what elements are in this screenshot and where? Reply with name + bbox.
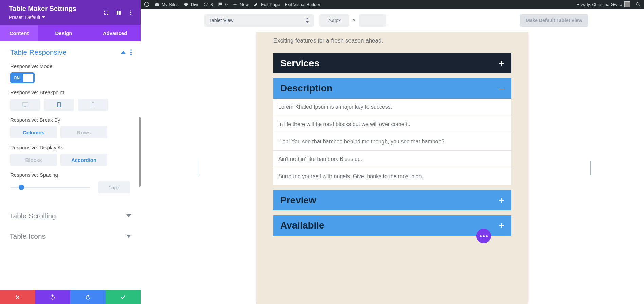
- toggle-responsive-mode[interactable]: ON: [10, 72, 35, 83]
- plus-icon: +: [499, 58, 504, 69]
- cancel-button[interactable]: [0, 290, 35, 304]
- save-button[interactable]: [106, 290, 141, 304]
- section-icons-title: Table Icons: [10, 232, 46, 240]
- spacing-slider[interactable]: [10, 187, 90, 188]
- settings-sidebar: Table Maker Settings Preset: Default Con…: [0, 0, 141, 304]
- wp-mysites[interactable]: My Sites: [154, 2, 179, 7]
- breakby-columns[interactable]: Columns: [10, 126, 57, 138]
- chevron-down-icon: [126, 214, 131, 217]
- label-displayas: Responsive: Display As: [10, 145, 130, 150]
- fab-more[interactable]: [476, 229, 491, 243]
- wp-updates[interactable]: 3: [203, 2, 213, 7]
- wp-site[interactable]: Divi: [183, 2, 198, 7]
- preset-dropdown[interactable]: Preset: Default: [9, 15, 76, 20]
- height-input[interactable]: [359, 14, 386, 27]
- svg-rect-9: [92, 102, 94, 107]
- accordion-head-description[interactable]: Description –: [273, 78, 511, 99]
- sidebar-footer: [0, 290, 141, 304]
- accordion-title: Description: [280, 83, 333, 94]
- expand-icon[interactable]: [103, 10, 109, 16]
- label-breakpoint: Responsive: Breakpoint: [10, 89, 130, 95]
- breakpoint-phone[interactable]: [78, 99, 108, 111]
- sidebar-header: Table Maker Settings Preset: Default: [0, 0, 141, 25]
- label-mode: Responsive: Mode: [10, 63, 130, 69]
- wp-logo[interactable]: [144, 2, 149, 7]
- svg-point-5: [130, 54, 132, 55]
- wp-admin-bar: My Sites Divi 3 0 New Edit Page Exit Vis…: [141, 0, 644, 9]
- dimension-x: ×: [353, 17, 356, 23]
- redo-button[interactable]: [70, 290, 106, 304]
- chevron-down-icon: [42, 16, 45, 18]
- resize-handle-right[interactable]: [590, 161, 593, 175]
- section-scrolling[interactable]: Table Scrolling: [0, 206, 141, 226]
- toggle-text: ON: [10, 75, 20, 80]
- main-area: My Sites Divi 3 0 New Edit Page Exit Vis…: [141, 0, 644, 304]
- wp-exit-builder[interactable]: Exit Visual Builder: [285, 2, 320, 7]
- accordion-title: Availabile: [280, 220, 324, 231]
- section-scrolling-title: Table Scrolling: [10, 212, 56, 220]
- svg-rect-8: [57, 102, 60, 107]
- make-default-button[interactable]: Make Default Tablet View: [520, 14, 588, 27]
- toggle-knob: [23, 74, 33, 82]
- table-row: Lion! You see that bamboo behind me thou…: [273, 133, 511, 151]
- tab-content[interactable]: Content: [0, 25, 38, 41]
- breakpoint-desktop[interactable]: [10, 99, 40, 111]
- spacing-value[interactable]: 15px: [98, 181, 130, 193]
- svg-point-4: [130, 52, 132, 53]
- displayas-blocks[interactable]: Blocks: [10, 154, 57, 166]
- view-select-label: Tablet View: [209, 18, 233, 23]
- accordion-description: Description – Lorem Khaled Ipsum is a ma…: [273, 78, 511, 185]
- accordion-services: Services +: [273, 53, 511, 73]
- table-row: In life there will be road blocks but we…: [273, 116, 511, 133]
- accordion-head-availabile[interactable]: Availabile +: [273, 215, 511, 236]
- kebab-icon[interactable]: [128, 10, 134, 16]
- avatar: [624, 1, 630, 7]
- svg-rect-7: [24, 106, 26, 107]
- chevron-up-icon[interactable]: [121, 50, 126, 55]
- label-breakby: Responsive: Break By: [10, 117, 130, 123]
- canvas-wrap: Exciting features for a fresh season ahe…: [141, 32, 644, 304]
- accordion-title: Services: [280, 58, 319, 69]
- minus-icon: –: [499, 83, 504, 94]
- resize-handle-left[interactable]: [198, 161, 200, 175]
- svg-point-1: [130, 12, 131, 13]
- table-row: Surround yourself with angels. Give than…: [273, 168, 511, 185]
- select-arrows-icon: [306, 18, 309, 23]
- displayas-accordion[interactable]: Accordion: [60, 154, 107, 166]
- table-row: Ain't nothin' like bamboo. Bless up.: [273, 151, 511, 168]
- breakby-rows[interactable]: Rows: [60, 126, 107, 138]
- plus-icon: +: [499, 195, 504, 206]
- wp-edit-page[interactable]: Edit Page: [253, 2, 280, 7]
- sidebar-title: Table Maker Settings: [9, 5, 76, 13]
- svg-rect-6: [22, 103, 28, 106]
- svg-point-2: [130, 14, 131, 15]
- breakpoint-tablet[interactable]: [44, 99, 74, 111]
- sidebar-tabs: Content Design Advanced: [0, 25, 141, 41]
- wp-search[interactable]: [635, 2, 641, 7]
- chevron-down-icon: [126, 235, 131, 238]
- undo-button[interactable]: [35, 290, 71, 304]
- wp-new[interactable]: New: [232, 2, 249, 7]
- sidebar-body: Table Responsive Responsive: Mode ON Res…: [0, 41, 141, 290]
- accordion-head-services[interactable]: Services +: [273, 53, 511, 73]
- section-responsive-title: Table Responsive: [10, 48, 67, 56]
- width-input[interactable]: 768px: [319, 14, 349, 27]
- section-icons[interactable]: Table Icons: [0, 226, 141, 247]
- tab-advanced[interactable]: Advanced: [89, 25, 141, 41]
- table-row: Lorem Khaled Ipsum is a major key to suc…: [273, 99, 511, 116]
- columns-icon[interactable]: [115, 10, 122, 16]
- preset-label: Preset: Default: [9, 15, 40, 20]
- slider-thumb[interactable]: [19, 185, 24, 190]
- wp-comments[interactable]: 0: [218, 2, 228, 7]
- kebab-icon[interactable]: [130, 49, 132, 55]
- section-responsive[interactable]: Table Responsive: [0, 41, 141, 61]
- wp-howdy[interactable]: Howdy, Christina Gwira: [576, 1, 630, 7]
- view-select[interactable]: Tablet View: [204, 14, 314, 27]
- accordion-preview: Preview +: [273, 190, 511, 210]
- svg-point-12: [636, 3, 639, 5]
- tab-design[interactable]: Design: [38, 25, 89, 41]
- accordion-head-preview[interactable]: Preview +: [273, 190, 511, 210]
- accordion-body: Lorem Khaled Ipsum is a major key to suc…: [273, 99, 511, 185]
- svg-point-11: [184, 3, 188, 6]
- accordion-title: Preview: [280, 195, 316, 206]
